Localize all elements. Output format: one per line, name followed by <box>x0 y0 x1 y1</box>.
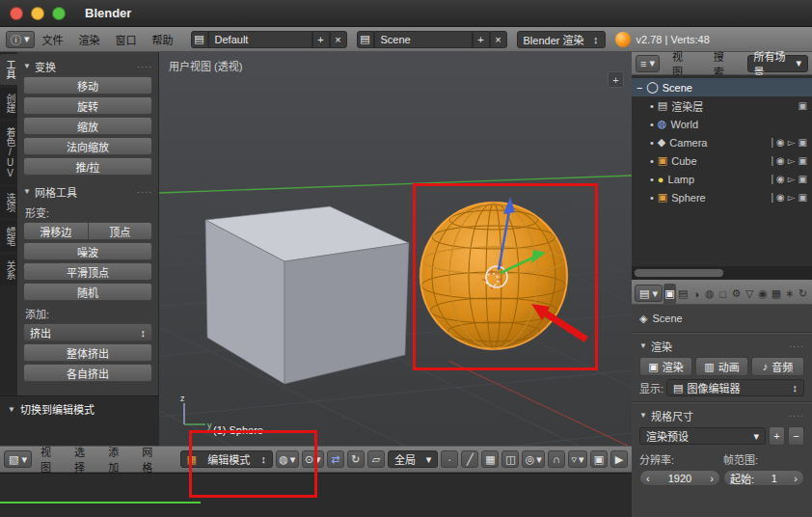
properties-editor-type-button[interactable]: ▤ ▾ <box>635 285 663 302</box>
snap-toggle[interactable]: ∩ <box>548 450 565 468</box>
layout-browse-icon[interactable]: ▤ <box>191 31 208 48</box>
eye-icon[interactable]: ◉ <box>776 137 785 148</box>
render-presets-dropdown[interactable]: 渲染预设 ▾ <box>639 427 766 445</box>
eye-icon[interactable]: ◉ <box>776 155 785 166</box>
vertex-slide-button[interactable]: 顶点 <box>88 222 153 240</box>
renderable-icon[interactable]: ▣ <box>798 100 807 111</box>
rotate-button[interactable]: 旋转 <box>23 96 152 115</box>
opengl-render-button[interactable]: ▣ <box>590 450 608 468</box>
snap-element-dropdown[interactable]: ▿ ▾ <box>568 450 587 468</box>
resolution-x-field[interactable]: ‹ 1920 › <box>639 470 720 486</box>
scene-delete-button[interactable]: × <box>490 31 507 48</box>
window-close-icon[interactable] <box>10 7 23 20</box>
tab-object-icon[interactable]: □ <box>717 284 729 304</box>
smooth-vertex-button[interactable]: 平滑顶点 <box>23 262 152 281</box>
noise-button[interactable]: 噪波 <box>23 242 152 260</box>
preset-remove-button[interactable]: − <box>788 426 804 446</box>
outliner-row-lamp[interactable]: • ● Lamp | ◉ ▻ ▣ <box>632 170 812 188</box>
renderable-icon[interactable]: ▣ <box>798 192 807 203</box>
selectable-icon[interactable]: ▻ <box>788 155 796 166</box>
menu-file[interactable]: 文件 <box>35 32 71 47</box>
scene-browse-icon[interactable]: ▤ <box>357 31 374 48</box>
selectable-icon[interactable]: ▻ <box>788 174 796 184</box>
outliner-hscrollbar-thumb[interactable] <box>635 269 723 277</box>
proportional-edit-dropdown[interactable]: ◎ ▾ <box>522 450 545 468</box>
tab-texture-icon[interactable]: ▦ <box>771 284 783 304</box>
extrude-region-button[interactable]: 整体挤出 <box>23 343 152 362</box>
outliner-menu-view[interactable]: 视图 <box>664 48 701 79</box>
menu-help[interactable]: 帮助 <box>145 32 181 47</box>
orientation-dropdown[interactable]: 全局 ▾ <box>388 450 438 468</box>
panel-header-mesh-tools[interactable]: ▼ 网格工具 ···· <box>23 183 152 200</box>
outliner-row-sphere[interactable]: • ▣ Sphere | ◉ ▻ ▣ <box>632 188 812 206</box>
tab-options[interactable]: 选项 <box>0 187 17 218</box>
edge-slide-button[interactable]: 滑移边 <box>23 222 88 240</box>
outliner-row-world[interactable]: • ◍ World <box>632 115 812 133</box>
tab-create[interactable]: 创建 <box>0 88 17 119</box>
tab-world-icon[interactable]: ◍ <box>703 284 716 304</box>
renderable-icon[interactable]: ▣ <box>798 174 807 184</box>
layout-delete-button[interactable]: × <box>330 31 347 48</box>
tab-material-icon[interactable]: ◉ <box>757 284 770 304</box>
renderable-icon[interactable]: ▣ <box>798 155 807 166</box>
scene-add-button[interactable]: + <box>473 31 490 48</box>
manipulator-rotate-toggle[interactable]: ↻ <box>347 450 365 468</box>
outliner-row-camera[interactable]: • ◆ Camera | ◉ ▻ ▣ <box>632 133 812 151</box>
scene-name-field[interactable]: Scene <box>374 31 473 48</box>
tab-physics-icon[interactable]: ↻ <box>797 284 809 304</box>
shrink-fatten-button[interactable]: 法向缩放 <box>23 137 152 155</box>
tab-scene-icon[interactable]: ◑ <box>690 284 703 304</box>
outliner-filter-dropdown[interactable]: 所有场景 ▾ <box>747 55 809 72</box>
render-engine-select[interactable]: Blender 渲染 ↕ <box>517 31 606 48</box>
tab-data-icon[interactable]: ▽ <box>744 284 756 304</box>
eye-icon[interactable]: ◉ <box>776 192 785 203</box>
push-pull-button[interactable]: 推/拉 <box>23 157 152 176</box>
render-audio-button[interactable]: ♪ 音频 <box>751 357 804 376</box>
render-still-button[interactable]: ▣ 渲染 <box>639 357 692 376</box>
layout-add-button[interactable]: + <box>312 31 330 48</box>
outliner-row-cube[interactable]: • ▣ Cube | ◉ ▻ ▣ <box>632 151 812 170</box>
edge-select-toggle[interactable]: ╱ <box>461 450 478 468</box>
tab-relations[interactable]: 关系 <box>0 255 17 286</box>
window-maximize-icon[interactable] <box>52 7 66 20</box>
face-select-toggle[interactable]: ▦ <box>481 450 499 468</box>
editor-type-button[interactable]: ⓘ ▾ <box>6 31 35 48</box>
menu-view[interactable]: 视图 <box>35 444 66 475</box>
tab-tools[interactable]: 工具 <box>0 54 17 85</box>
increment-icon[interactable]: › <box>710 473 714 484</box>
menu-window[interactable]: 窗口 <box>108 32 145 47</box>
menu-mesh[interactable]: 网格 <box>136 444 167 475</box>
display-dropdown[interactable]: ▤ 图像编辑器 ↕ <box>666 379 804 396</box>
preset-add-button[interactable]: + <box>769 426 785 446</box>
randomize-button[interactable]: 随机 <box>23 283 152 301</box>
decrement-icon[interactable]: ‹ <box>646 473 650 484</box>
renderable-icon[interactable]: ▣ <box>798 137 807 148</box>
tree-collapse-icon[interactable]: − <box>636 82 642 94</box>
vertex-select-toggle[interactable]: ∙ <box>441 450 458 468</box>
opengl-render-anim-button[interactable]: ▶ <box>610 450 628 468</box>
menu-render[interactable]: 渲染 <box>71 32 108 47</box>
menu-add[interactable]: 添加 <box>102 444 133 475</box>
manipulator-scale-toggle[interactable]: ▱ <box>367 450 385 468</box>
outliner-hscrollbar[interactable] <box>632 266 812 280</box>
move-button[interactable]: 移动 <box>23 76 152 95</box>
viewport-editor-type-button[interactable]: ▧ ▾ <box>4 450 32 468</box>
eye-icon[interactable]: ◉ <box>776 174 785 184</box>
extrude-dropdown[interactable]: 挤出 ↕ <box>23 323 152 341</box>
extrude-individual-button[interactable]: 各自挤出 <box>23 364 152 382</box>
panel-header-transform[interactable]: ▼ 变换 ···· <box>23 58 152 74</box>
region-expand-button[interactable]: + <box>608 71 624 88</box>
occlude-geometry-toggle[interactable]: ◫ <box>501 450 519 468</box>
frame-start-field[interactable]: 起始: 1 › <box>723 470 804 486</box>
render-animation-button[interactable]: ▥ 动画 <box>695 357 748 376</box>
panel-header-dimensions[interactable]: ▼ 规格尺寸 ···· <box>639 407 804 423</box>
tab-shading-uv[interactable]: 着色/UV <box>0 122 17 184</box>
tab-grease-pencil[interactable]: 蜡笔 <box>0 221 17 252</box>
manipulator-translate-toggle[interactable]: ⇄ <box>327 450 344 468</box>
selectable-icon[interactable]: ▻ <box>788 137 796 148</box>
outliner-menu-search[interactable]: 搜索 <box>706 48 743 79</box>
window-minimize-icon[interactable] <box>31 7 44 20</box>
tab-particles-icon[interactable]: ∗ <box>783 284 796 304</box>
tab-render-icon[interactable]: ▣ <box>663 284 676 304</box>
layout-name-field[interactable]: Default <box>208 31 312 48</box>
